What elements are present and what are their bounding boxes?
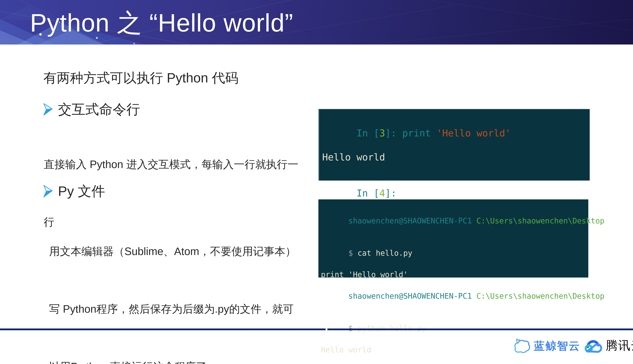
tencent-cloud-logo: 腾讯云 xyxy=(584,338,633,354)
bullet-interactive-cli: 交互式命令行 xyxy=(43,100,140,118)
ipython-blank-line xyxy=(322,163,586,175)
bullet1-label: 交互式命令行 xyxy=(58,100,140,118)
ipython-keyword: print xyxy=(402,128,437,139)
blueking-logo-label: 蓝鲸智云 xyxy=(534,338,580,354)
tencent-cloud-logo-label: 腾讯云 xyxy=(606,338,633,354)
bullet2-desc-line1: 用文本编辑器（Sublime、Atom，不要使用记事本） xyxy=(49,242,296,261)
ipython-output: Hello world xyxy=(322,151,586,163)
arrow-bullet-icon xyxy=(43,102,53,116)
shell-user-host: shaowenchen@SHAOWENCHEN-PC1 xyxy=(348,216,476,225)
ipython-prompt-close: ]: xyxy=(385,188,396,199)
shell-command-line: $ cat hello.py xyxy=(321,237,585,269)
ipython-prompt-line: In [3]: print 'Hello world' xyxy=(322,115,586,151)
shell-command: python hello.py xyxy=(357,324,426,333)
shell-path: C:\Users\shaowenchen\Desktop xyxy=(476,216,604,225)
slide: Python 之 “Hello world” 有两种方式可以执行 Python … xyxy=(0,0,633,364)
shell-user-host: shaowenchen@SHAOWENCHEN-PC1 xyxy=(348,292,476,300)
section-heading: 有两种方式可以执行 Python 代码 xyxy=(43,69,238,86)
shell-command: cat hello.py xyxy=(357,248,412,258)
ipython-prompt-number: 4 xyxy=(379,188,385,199)
ipython-prompt-number: 3 xyxy=(379,128,385,139)
blueking-logo: 蓝鲸智云 xyxy=(514,338,580,354)
bullet2-desc-line2: 写 Python程序，然后保存为后缀为.py的文件，就可 xyxy=(49,300,296,318)
ipython-string-literal: 'Hello world' xyxy=(437,128,511,139)
shell-file-content: print 'Hello world' xyxy=(321,269,585,280)
shell-prompt-line: shaowenchen@SHAOWENCHEN-PC1 C:\Users\sha… xyxy=(321,280,585,312)
shell-terminal-screenshot: shaowenchen@SHAOWENCHEN-PC1 C:\Users\sha… xyxy=(318,200,588,278)
bullet1-desc-line1: 直接输入 Python 进入交互模式，每输入一行就执行一 xyxy=(44,155,298,174)
tencent-cloud-icon xyxy=(584,338,603,354)
bullet2-desc-line3: 以用P ython 直接运行这个程序了 xyxy=(49,357,296,364)
bullet-py-file: Py 文件 xyxy=(43,182,105,200)
bullet2-description: 用文本编辑器（Sublime、Atom，不要使用记事本） 写 Python程序，… xyxy=(49,203,296,364)
ipython-prompt-close: ]: xyxy=(385,128,402,139)
shell-prompt-line: shaowenchen@SHAOWENCHEN-PC1 C:\Users\sha… xyxy=(321,205,585,237)
ipython-terminal-screenshot: In [3]: print 'Hello world' Hello world … xyxy=(318,109,590,180)
page-title: Python 之 “Hello world” xyxy=(30,8,293,38)
slide-header: Python 之 “Hello world” xyxy=(0,0,633,44)
arrow-bullet-icon xyxy=(43,184,53,198)
shell-prompt-sign: $ xyxy=(348,248,357,258)
blueking-cloud-whale-icon xyxy=(514,338,530,354)
bullet2-label: Py 文件 xyxy=(58,182,105,200)
footer-divider-gap xyxy=(326,328,327,330)
footer-divider xyxy=(0,328,633,330)
ipython-prompt-open: In [ xyxy=(356,128,379,139)
shell-path: C:\Users\shaowenchen\Desktop xyxy=(476,292,604,300)
shell-prompt-sign: $ xyxy=(348,324,357,333)
ipython-prompt-open: In [ xyxy=(356,188,379,199)
